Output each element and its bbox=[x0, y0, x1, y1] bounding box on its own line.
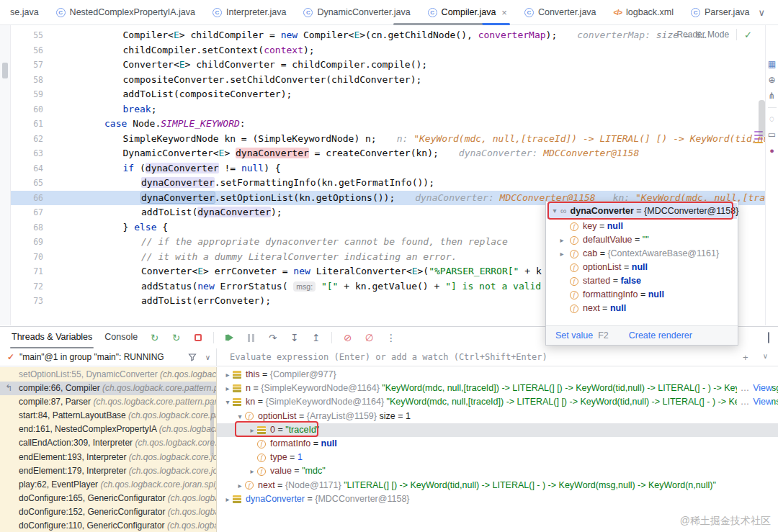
popup-field-defaultValue[interactable]: ▸fdefaultValue = "" bbox=[546, 233, 738, 247]
tab-console[interactable]: Console bbox=[103, 327, 139, 348]
set-value-link[interactable]: Set value bbox=[555, 330, 593, 341]
database-icon[interactable]: ▦ bbox=[768, 60, 776, 69]
frame-row[interactable]: callEndAction:309, Interpreter (ch.qos.l… bbox=[0, 436, 216, 450]
mute-breakpoints-icon[interactable]: ⊘ bbox=[341, 332, 354, 344]
frame-row[interactable]: compile:87, Parser (ch.qos.logback.core.… bbox=[0, 395, 216, 409]
tab-threads-variables[interactable]: Threads & Variables bbox=[10, 327, 94, 348]
structure-icon[interactable]: ⋔ bbox=[768, 91, 775, 101]
code-line-62[interactable]: 62SimpleKeywordNode kn = (SimpleKeywordN… bbox=[11, 132, 765, 147]
chevron-icon[interactable]: ▸ bbox=[223, 382, 233, 395]
step-into-icon[interactable]: ↧ bbox=[288, 332, 300, 344]
rerun-tests-icon[interactable]: ↻ bbox=[170, 332, 182, 344]
create-renderer-link[interactable]: Create renderer bbox=[629, 330, 692, 341]
variable-row-type[interactable]: ftype = 1 bbox=[217, 451, 778, 464]
endpoints-globe-icon[interactable]: ⊕ bbox=[768, 76, 775, 85]
popup-header-row[interactable]: ▾ ∞ dynaConverter = {MDCConverter@1158} bbox=[547, 203, 737, 219]
variable-row-n[interactable]: ▸n = {SimpleKeywordNode@1164} "KeyWord(m… bbox=[217, 382, 778, 395]
chevron-icon[interactable]: ▸ bbox=[558, 247, 566, 261]
left-tool-stripe[interactable] bbox=[0, 25, 11, 325]
frame-row[interactable]: doConfigure:152, GenericConfigurator (ch… bbox=[0, 505, 216, 519]
variables-tree[interactable]: ▸this = {Compiler@977}▸n = {SimpleKeywor… bbox=[217, 367, 778, 532]
tab-DynamicConverter.java[interactable]: CDynamicConverter.java bbox=[295, 0, 419, 25]
code-line-60[interactable]: 60break; bbox=[11, 102, 765, 117]
tab-logback.xml[interactable]: </>logback.xml bbox=[605, 0, 682, 25]
code-line-65[interactable]: 65dynaConverter.setFormattingInfo(kn.get… bbox=[11, 176, 765, 191]
chevron-down-icon[interactable]: ∨ bbox=[759, 8, 766, 17]
variable-row-next[interactable]: ▸fnext = {Node@1171} "LITERAL(] [) -> Ke… bbox=[217, 479, 778, 492]
chevron-icon[interactable]: ▸ bbox=[247, 423, 257, 437]
profiler-icon[interactable]: ● bbox=[769, 146, 774, 155]
value-icon bbox=[257, 426, 266, 434]
frame-row[interactable]: endElement:193, Interpreter (ch.qos.logb… bbox=[0, 451, 216, 464]
variable-row-formatInfo[interactable]: fformatInfo = null bbox=[217, 437, 778, 451]
step-out-icon[interactable]: ↥ bbox=[310, 332, 322, 344]
frame-row[interactable]: ↰compile:66, Compiler (ch.qos.logback.co… bbox=[0, 382, 216, 395]
code-line-64[interactable]: 64if (dynaConverter != null) { bbox=[11, 161, 765, 176]
frame-row[interactable]: doConfigure:110, GenericConfigurator (ch… bbox=[0, 519, 216, 532]
popup-field-formattingInfo[interactable]: fformattingInfo = null bbox=[546, 288, 738, 302]
step-over-icon[interactable]: ↷ bbox=[267, 332, 279, 344]
field-icon: f bbox=[257, 467, 266, 476]
variable-row-value[interactable]: ▸fvalue = "mdc" bbox=[217, 464, 778, 478]
tab-NestedComplexPropertyIA.java[interactable]: CNestedComplexPropertyIA.java bbox=[48, 0, 204, 25]
code-line-58[interactable]: 58compositeConverter.setChildConverter(c… bbox=[11, 73, 765, 88]
evaluate-expression-input[interactable]: Evaluate expression (Enter) or add a wat… bbox=[217, 348, 778, 366]
frame-row[interactable]: end:161, NestedComplexPropertyIA (ch.qos… bbox=[0, 423, 216, 436]
variable-row-optionList[interactable]: ▾foptionList = {ArrayList@1159} size = 1 bbox=[217, 410, 778, 423]
variable-row-0[interactable]: ▸0 = "traceId" bbox=[217, 423, 778, 437]
view-link[interactable]: View bbox=[753, 397, 772, 407]
pause-icon[interactable] bbox=[245, 332, 257, 344]
tab-Interpreter.java[interactable]: CInterpreter.java bbox=[204, 0, 295, 25]
resume-icon[interactable] bbox=[223, 332, 236, 344]
frame-row[interactable]: start:84, PatternLayoutBase (ch.qos.logb… bbox=[0, 409, 216, 423]
variable-row-dynaConverter[interactable]: ▸dynaConverter = {MDCConverter@1158} bbox=[217, 492, 778, 506]
chevron-icon[interactable]: ▸ bbox=[223, 492, 233, 506]
chevron-icon[interactable]: ▸ bbox=[247, 464, 257, 478]
variable-row-kn[interactable]: ▾kn = {SimpleKeywordNode@1164} "KeyWord(… bbox=[217, 395, 778, 409]
view-breakpoints-icon[interactable]: ∅ bbox=[363, 332, 375, 344]
add-watch-icon[interactable]: + bbox=[743, 352, 748, 363]
tab-Parser.java[interactable]: CParser.java bbox=[682, 0, 759, 25]
code-line-59[interactable]: 59addToList(compositeConverter); bbox=[11, 87, 765, 102]
chevron-icon[interactable]: ▸ bbox=[235, 479, 245, 492]
frame-row[interactable]: endElement:179, Interpreter (ch.qos.logb… bbox=[0, 464, 216, 478]
chevron-down-icon[interactable]: ∨ bbox=[205, 353, 210, 361]
more-icon[interactable]: ⋮ bbox=[385, 332, 397, 344]
popup-field-next[interactable]: fnext = null bbox=[546, 302, 738, 315]
popup-field-optionList[interactable]: foptionList = null bbox=[546, 261, 738, 274]
tab-Compiler.java[interactable]: CCompiler.java× bbox=[419, 0, 516, 25]
code-line-63[interactable]: 63DynamicConverter<E> dynaConverter = cr… bbox=[11, 146, 765, 161]
session-selector[interactable]: ✓ "main"@1 in group "main": RUNNING ∨ bbox=[0, 348, 217, 366]
chevron-icon[interactable]: ▾ bbox=[235, 410, 245, 423]
rerun-icon[interactable]: ↻ bbox=[148, 332, 161, 344]
line-number: 67 bbox=[11, 205, 43, 220]
stop-icon[interactable] bbox=[192, 332, 204, 344]
popup-field-key[interactable]: fkey = null bbox=[546, 220, 738, 233]
frame-row[interactable]: doConfigure:165, GenericConfigurator (ch… bbox=[0, 492, 216, 505]
filter-funnel-icon[interactable] bbox=[188, 353, 197, 361]
chevron-icon[interactable]: ▾ bbox=[223, 395, 233, 409]
more-icon[interactable]: ⋮ bbox=[775, 8, 778, 17]
frames-list[interactable]: setOptionList:55, DynamicConverter (ch.q… bbox=[0, 367, 217, 532]
code-line-56[interactable]: 56childCompiler.setContext(context); bbox=[11, 43, 765, 58]
chevron-icon[interactable]: ▸ bbox=[558, 233, 566, 247]
code-line-55[interactable]: 55Compiler<E> childCompiler = new Compil… bbox=[11, 28, 765, 43]
chevron-down-icon[interactable]: ∨ bbox=[763, 352, 768, 363]
popup-field-cab[interactable]: ▸fcab = {ContextAwareBase@1161} bbox=[546, 247, 738, 261]
layout-settings-icon[interactable] bbox=[768, 333, 778, 343]
frame-row[interactable]: play:62, EventPlayer (ch.qos.logback.cor… bbox=[0, 478, 216, 492]
close-icon[interactable]: × bbox=[501, 7, 507, 18]
variable-row-this[interactable]: ▸this = {Compiler@977} bbox=[217, 368, 778, 382]
tab-Converter.java[interactable]: CConverter.java bbox=[516, 0, 605, 25]
chevron-icon[interactable]: ▸ bbox=[223, 368, 233, 382]
chevron-expanded-icon[interactable]: ▾ bbox=[550, 203, 560, 219]
view-link[interactable]: View bbox=[753, 383, 772, 393]
code-line-61[interactable]: 61case Node.SIMPLE_KEYWORD: bbox=[11, 117, 765, 132]
frame-row[interactable]: setOptionList:55, DynamicConverter (ch.q… bbox=[0, 368, 216, 382]
tab-se.java[interactable]: se.java bbox=[1, 0, 48, 25]
code-line-57[interactable]: 57Converter<E> childConverter = childCom… bbox=[11, 58, 765, 73]
pin-icon[interactable]: ◌ bbox=[769, 114, 774, 124]
session-status-icon: ✓ bbox=[7, 352, 14, 362]
popup-field-started[interactable]: fstarted = false bbox=[546, 274, 738, 288]
device-icon[interactable]: ▭ bbox=[768, 130, 776, 140]
